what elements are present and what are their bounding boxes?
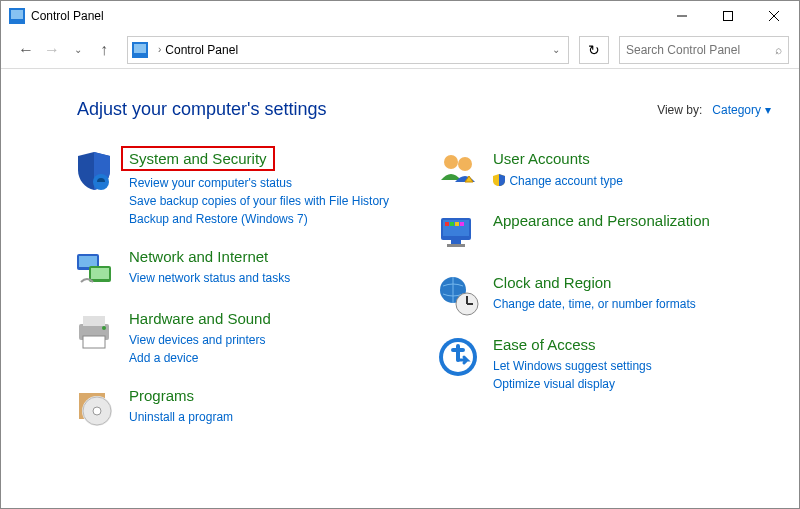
category-title-user-accounts[interactable]: User Accounts <box>493 150 590 167</box>
header-row: Adjust your computer's settings View by:… <box>77 99 771 120</box>
cat-link[interactable]: Optimize visual display <box>493 375 652 393</box>
category-programs: Programs Uninstall a program <box>73 387 407 429</box>
cat-link[interactable]: Change account type <box>509 174 622 188</box>
svg-point-23 <box>458 157 472 171</box>
control-panel-icon <box>132 42 148 58</box>
view-by-selector: View by: Category ▾ <box>657 103 771 117</box>
chevron-down-icon: ▾ <box>765 103 771 117</box>
cat-link[interactable]: Save backup copies of your files with Fi… <box>129 192 389 210</box>
recent-locations-dropdown[interactable]: ⌄ <box>67 39 89 61</box>
network-icon <box>73 248 115 290</box>
forward-button[interactable]: → <box>41 39 63 61</box>
titlebar: Control Panel <box>1 1 799 31</box>
svg-rect-28 <box>455 222 459 226</box>
svg-rect-8 <box>134 44 146 53</box>
clock-globe-icon <box>437 274 479 316</box>
cat-link[interactable]: Review your computer's status <box>129 174 389 192</box>
category-ease-of-access: Ease of Access Let Windows suggest setti… <box>437 336 771 393</box>
search-input[interactable] <box>626 43 775 57</box>
category-title-hardware-sound[interactable]: Hardware and Sound <box>129 310 271 327</box>
svg-rect-1 <box>11 10 23 19</box>
address-bar[interactable]: › Control Panel ⌄ <box>127 36 569 64</box>
viewby-dropdown[interactable]: Category ▾ <box>712 103 771 117</box>
ease-of-access-icon <box>437 336 479 378</box>
svg-rect-29 <box>460 222 464 226</box>
up-button[interactable]: ↑ <box>93 39 115 61</box>
category-title-system-security[interactable]: System and Security <box>121 146 275 171</box>
cat-link[interactable]: View network status and tasks <box>129 269 290 287</box>
category-clock-region: Clock and Region Change date, time, or n… <box>437 274 771 316</box>
maximize-button[interactable] <box>705 1 751 31</box>
category-title-ease-of-access[interactable]: Ease of Access <box>493 336 596 353</box>
category-user-accounts: User Accounts Change account type <box>437 150 771 192</box>
svg-point-17 <box>102 326 106 330</box>
category-columns: System and Security Review your computer… <box>73 150 771 429</box>
svg-rect-27 <box>450 222 454 226</box>
category-appearance-personalization: Appearance and Personalization <box>437 212 771 254</box>
svg-rect-11 <box>79 256 97 267</box>
chevron-down-icon[interactable]: ⌄ <box>552 44 560 55</box>
cat-link[interactable]: Add a device <box>129 349 271 367</box>
svg-rect-13 <box>91 268 109 279</box>
left-column: System and Security Review your computer… <box>73 150 407 429</box>
content-area: Adjust your computer's settings View by:… <box>1 69 799 439</box>
category-title-appearance-personalization[interactable]: Appearance and Personalization <box>493 212 710 229</box>
svg-point-22 <box>444 155 458 169</box>
category-hardware-sound: Hardware and Sound View devices and prin… <box>73 310 407 367</box>
svg-rect-15 <box>83 316 105 326</box>
control-panel-icon <box>9 8 25 24</box>
cat-link[interactable]: View devices and printers <box>129 331 271 349</box>
disc-icon <box>73 387 115 429</box>
svg-rect-31 <box>447 244 465 247</box>
svg-rect-2 <box>14 21 20 23</box>
navigation-bar: ← → ⌄ ↑ › Control Panel ⌄ ↻ ⌕ <box>1 31 799 69</box>
svg-point-21 <box>93 407 101 415</box>
category-title-network-internet[interactable]: Network and Internet <box>129 248 268 265</box>
chevron-right-icon[interactable]: › <box>158 44 161 55</box>
window-controls <box>659 1 797 31</box>
viewby-label: View by: <box>657 103 702 117</box>
uac-shield-icon <box>493 172 505 190</box>
window-title: Control Panel <box>31 9 659 23</box>
svg-rect-26 <box>445 222 449 226</box>
printer-icon <box>73 310 115 352</box>
search-box[interactable]: ⌕ <box>619 36 789 64</box>
cat-link[interactable]: Backup and Restore (Windows 7) <box>129 210 389 228</box>
refresh-button[interactable]: ↻ <box>579 36 609 64</box>
category-title-programs[interactable]: Programs <box>129 387 194 404</box>
category-title-clock-region[interactable]: Clock and Region <box>493 274 611 291</box>
right-column: User Accounts Change account type Appear… <box>437 150 771 429</box>
cat-link[interactable]: Let Windows suggest settings <box>493 357 652 375</box>
appearance-icon <box>437 212 479 254</box>
svg-rect-4 <box>724 12 733 21</box>
close-button[interactable] <box>751 1 797 31</box>
minimize-button[interactable] <box>659 1 705 31</box>
breadcrumb[interactable]: Control Panel <box>165 43 238 57</box>
search-icon: ⌕ <box>775 43 782 57</box>
category-system-security: System and Security Review your computer… <box>73 150 407 228</box>
category-network-internet: Network and Internet View network status… <box>73 248 407 290</box>
svg-rect-16 <box>83 336 105 348</box>
svg-rect-30 <box>451 240 461 244</box>
page-title: Adjust your computer's settings <box>77 99 327 120</box>
cat-link[interactable]: Uninstall a program <box>129 408 233 426</box>
cat-link[interactable]: Change date, time, or number formats <box>493 295 696 313</box>
shield-icon <box>73 150 115 192</box>
back-button[interactable]: ← <box>15 39 37 61</box>
users-icon <box>437 150 479 192</box>
